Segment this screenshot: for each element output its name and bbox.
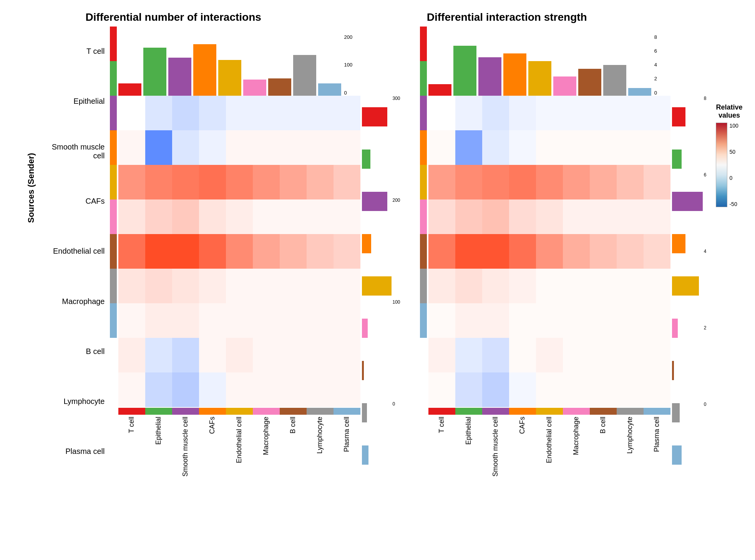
col-label-epi-r: Epithelial (465, 417, 473, 445)
heatmap-cell (509, 130, 536, 165)
heatmap-cell (617, 130, 644, 165)
col-strip (455, 408, 482, 415)
heatmap-cell (644, 338, 670, 372)
heatmap-cell (509, 234, 536, 269)
heatmap-cell (509, 338, 536, 372)
legend-val-0: 0 (729, 175, 738, 181)
col-strip (118, 408, 145, 415)
heatmap-cell (617, 96, 644, 130)
top-bar (503, 53, 526, 96)
heatmap-cell (334, 165, 360, 199)
top-axis-0-left: 0 (344, 90, 353, 96)
row-bar (362, 361, 364, 380)
heatmap-cell (226, 96, 253, 130)
heatmap-cell (428, 165, 455, 199)
col-strip (617, 408, 644, 415)
col-label-endo-r: Endothelial cell (545, 417, 553, 463)
col-label-lympho-r: Lymphocyte (626, 417, 634, 454)
heatmap-cell (644, 269, 670, 303)
heatmap-cell (455, 130, 482, 165)
heatmap-cell (334, 199, 360, 234)
heatmap-cell (253, 234, 280, 269)
row-bar (362, 319, 368, 338)
top-bar (578, 69, 601, 96)
row-label-macro: Macrophage (40, 284, 107, 319)
heatmap-cell (253, 338, 280, 372)
col-label-macro-r: Macrophage (572, 417, 580, 455)
col-strip (145, 408, 172, 415)
col-strip (509, 408, 536, 415)
row-axis-0-l: 0 (393, 401, 400, 407)
heatmap-cell (617, 165, 644, 199)
row-label-cafs: CAFs (40, 184, 107, 219)
heatmap-cell (118, 338, 145, 372)
heatmap-cell (226, 130, 253, 165)
heatmap-cell (563, 165, 590, 199)
heatmap-cell (536, 372, 563, 407)
heatmap-cell (226, 165, 253, 199)
heatmap-cell (145, 303, 172, 338)
heatmap-cell (199, 269, 226, 303)
heatmap-cell (307, 269, 334, 303)
row-bar-container (362, 395, 392, 430)
heatmap-cell (334, 338, 360, 372)
row-bar (672, 150, 682, 169)
row-bar-container (362, 353, 392, 388)
heatmap-cell (118, 372, 145, 407)
top-bar (268, 78, 291, 96)
row-label-tcell: T cell (40, 34, 107, 69)
heatmap-cell (280, 199, 307, 234)
heatmap-cell (334, 96, 360, 130)
main-container: Differential number of interactions Sour… (13, 11, 743, 549)
heatmap-cell (509, 372, 536, 407)
row-label-smc: Smooth muscle cell (40, 134, 107, 169)
heatmap-cell (563, 372, 590, 407)
heatmap-cell (482, 199, 509, 234)
top-bar (143, 48, 166, 96)
heatmap-cell (226, 269, 253, 303)
top-bar (478, 57, 501, 96)
heatmap-cell (428, 338, 455, 372)
row-bar-container (362, 142, 392, 176)
heatmap-cell (280, 234, 307, 269)
heatmap-cell (307, 130, 334, 165)
heatmap-cell (509, 199, 536, 234)
legend-title: Relative values (716, 103, 742, 120)
row-axis-6-r: 6 (704, 172, 707, 178)
chart2-title: Differential interaction strength (427, 11, 587, 23)
row-axis-2-r: 2 (704, 325, 707, 331)
heatmap-cell (145, 130, 172, 165)
heatmap-cell (590, 372, 617, 407)
heatmap-cell (253, 165, 280, 199)
top-bar (243, 80, 266, 96)
top-bar (168, 58, 191, 96)
heatmap-cell (145, 234, 172, 269)
heatmap-cell (563, 96, 590, 130)
heatmap-cell (307, 96, 334, 130)
heatmap-cell (199, 96, 226, 130)
heatmap-cell (644, 130, 670, 165)
row-axis-100-l: 100 (393, 299, 400, 305)
heatmap-cell (280, 338, 307, 372)
row-bar (362, 403, 367, 422)
col-strip (199, 408, 226, 415)
row-bar (672, 107, 685, 126)
heatmap-cell (509, 269, 536, 303)
heatmap-cell (644, 165, 670, 199)
heatmap-cell (617, 372, 644, 407)
row-bar (672, 276, 699, 296)
row-axis-0-r: 0 (704, 402, 707, 407)
col-label-endo-l: Endothelial cell (235, 417, 243, 463)
heatmap-cell (118, 199, 145, 234)
heatmap-cell (253, 199, 280, 234)
heatmap-cell (428, 372, 455, 407)
heatmap-cell (199, 303, 226, 338)
top-axis-0-r: 0 (654, 90, 657, 96)
top-bar (318, 83, 341, 96)
heatmap-cell (428, 234, 455, 269)
top-bar (293, 55, 316, 96)
heatmap-cell (172, 130, 199, 165)
row-bar (672, 403, 680, 422)
row-axis-200-l: 200 (393, 198, 400, 203)
heatmap-cell (334, 269, 360, 303)
